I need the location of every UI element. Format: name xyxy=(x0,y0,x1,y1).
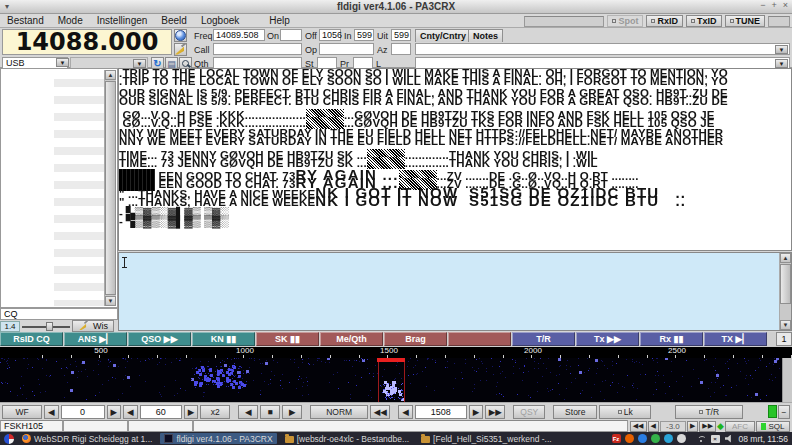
taskbar-window-folder[interactable]: [websdr-oe4xlc - Bestandbe... xyxy=(281,433,413,444)
qsy-button[interactable]: QSY xyxy=(513,405,545,419)
ampspan-up-button[interactable]: ▶ xyxy=(184,405,199,419)
op-field[interactable] xyxy=(319,43,374,55)
tx-text-panel[interactable]: ▲ ▼ xyxy=(118,252,792,331)
freq-rew-button[interactable]: ◀◀ xyxy=(370,405,390,419)
scroll-left-button[interactable]: ◀ xyxy=(238,405,258,419)
scroll-up-icon[interactable]: ▲ xyxy=(780,253,791,263)
thunderbird-icon[interactable] xyxy=(638,434,647,443)
signal-browser[interactable]: ▲ ▼ xyxy=(0,68,118,308)
afc-toggle[interactable]: AFC xyxy=(725,421,755,432)
tab-notes[interactable]: Notes xyxy=(468,29,503,42)
ampspan-down-button[interactable]: ◀ xyxy=(123,405,138,419)
offset-value[interactable]: -3.0 xyxy=(660,421,686,432)
wifi-icon[interactable] xyxy=(696,435,706,443)
macro-button-kn-[interactable]: KN ▮▮ xyxy=(192,332,255,346)
menu-instellingen[interactable]: Instellingen xyxy=(90,15,155,26)
scroll-down-icon[interactable]: ▼ xyxy=(780,320,791,330)
macro-button-blank[interactable] xyxy=(448,332,511,346)
scroll-down-icon[interactable]: ▼ xyxy=(105,296,116,306)
taskbar-window-folder[interactable]: [Feld_Hell_Si5351_werkend -... xyxy=(417,433,556,444)
clear-browser-button[interactable]: Wis xyxy=(72,320,114,332)
volume-icon[interactable] xyxy=(725,435,734,443)
telegram-icon[interactable] xyxy=(664,434,673,443)
firefox-icon[interactable] xyxy=(625,434,634,443)
rxid-toggle[interactable]: RxID xyxy=(646,15,683,27)
freq-down-button[interactable]: ◀ xyxy=(398,405,413,419)
macro-button-brag[interactable]: Brag xyxy=(384,332,447,346)
macro-button-tx-[interactable]: Tx ▶▶ xyxy=(576,332,639,346)
center-button[interactable]: ■ xyxy=(260,405,280,419)
macro-button-ans-[interactable]: ANS ▶▏ xyxy=(64,332,127,346)
menu-beeld[interactable]: Beeld xyxy=(154,15,194,26)
chevron-down-icon[interactable]: ▼ xyxy=(775,45,788,54)
browser-search-input[interactable] xyxy=(0,308,118,320)
rx-text-panel[interactable]: .TRIP TO THE LOCAL TOWN OF ELY SOON SO I… xyxy=(118,68,792,251)
menu-mode[interactable]: Mode xyxy=(51,15,90,26)
speed-down-button[interactable]: ◀ xyxy=(44,405,59,419)
scroll-right-button[interactable]: ▶ xyxy=(282,405,302,419)
cursor-freq-value[interactable]: 1508 xyxy=(415,405,467,419)
on-field[interactable] xyxy=(280,29,302,41)
macro-button-t-r[interactable]: T/R xyxy=(512,332,575,346)
chevron-down-icon[interactable]: ▼ xyxy=(133,59,146,68)
waterfall-display[interactable] xyxy=(0,358,782,402)
shrink-button[interactable]: − xyxy=(778,405,790,419)
macro-button-sk-[interactable]: SK ▮▮ xyxy=(256,332,319,346)
app-launcher-icon[interactable] xyxy=(4,434,14,444)
waterfall-cursor-marker[interactable] xyxy=(377,358,405,362)
call-field[interactable] xyxy=(213,43,302,55)
wf-mode-button[interactable]: WF xyxy=(2,405,42,419)
macro-set-number[interactable]: 1 xyxy=(776,332,792,346)
green-app-icon[interactable] xyxy=(651,434,660,443)
tr-toggle[interactable]: T/R xyxy=(675,405,743,419)
offset-rew-button[interactable]: ◀◀ xyxy=(630,421,647,432)
macro-button-me-qth[interactable]: Me/Qth xyxy=(320,332,383,346)
freq-up-button[interactable]: ▶ xyxy=(469,405,484,419)
store-button[interactable]: Store xyxy=(553,405,597,419)
freq-ffwd-button[interactable]: ▶▶ xyxy=(485,405,505,419)
offset-down-button[interactable]: ◀ xyxy=(648,421,659,432)
sidebar-scrollbar[interactable]: ▲ ▼ xyxy=(104,70,116,306)
slider-thumb[interactable] xyxy=(46,322,53,331)
menu-logboek[interactable]: Logboek xyxy=(194,15,246,26)
uit-field[interactable]: 599 xyxy=(391,29,411,41)
macro-button-rsid-cq[interactable]: RsID CQ xyxy=(0,332,63,346)
off-field[interactable]: 1056 xyxy=(319,29,341,41)
menu-bestand[interactable]: Bestand xyxy=(0,15,51,26)
tx-scrollbar[interactable]: ▲ ▼ xyxy=(779,253,791,330)
close-button[interactable]: × xyxy=(783,0,788,10)
screenshot-icon[interactable]: × xyxy=(711,435,720,443)
chevron-down-icon[interactable]: ▼ xyxy=(56,58,69,67)
macro-button-qso-[interactable]: QSO ▶▶ xyxy=(128,332,191,346)
clear-log-button[interactable] xyxy=(174,43,187,56)
qrz-lookup-button[interactable] xyxy=(174,29,187,42)
speed-value[interactable]: 0 xyxy=(61,405,105,419)
taskbar-window-fldigi[interactable]: fldigi ver4.1.06 - PA3CRX xyxy=(160,433,276,444)
chevron-down-icon[interactable]: ▼ xyxy=(775,59,788,68)
frequency-display[interactable]: 14088.000 xyxy=(2,29,172,55)
ampspan-value[interactable]: 60 xyxy=(140,405,182,419)
mode-status[interactable]: FSKH105 xyxy=(0,420,63,432)
tune-button[interactable]: TUNE xyxy=(725,15,766,27)
browser-squelch-slider[interactable] xyxy=(22,321,70,332)
filezilla-icon[interactable]: Fz xyxy=(612,434,621,443)
macro-button-rx-[interactable]: Rx ▮▮ xyxy=(640,332,703,346)
minimize-button[interactable]: − xyxy=(760,0,765,10)
bell-icon[interactable] xyxy=(677,434,686,443)
txid-toggle[interactable]: TxID xyxy=(686,15,722,27)
clock[interactable]: 08 mrt, 11:56 xyxy=(739,434,788,444)
scrollbar-thumb[interactable] xyxy=(780,264,791,304)
az-field[interactable] xyxy=(391,43,411,55)
country-combo[interactable]: ▼ xyxy=(415,43,790,55)
freq-field[interactable]: 14089.508 xyxy=(213,29,265,41)
tab-cnty-cntry[interactable]: Cnty/Cntry xyxy=(415,29,471,42)
in-field[interactable]: 599 xyxy=(354,29,374,41)
macro-button-tx-[interactable]: TX ▶▏ xyxy=(704,332,767,346)
maximize-button[interactable]: + xyxy=(771,0,776,10)
title-bar[interactable]: ▾ fldigi ver4.1.06 - PA3CRX − + × xyxy=(0,0,792,14)
offset-up-button[interactable]: ▶ xyxy=(687,421,698,432)
scrollbar-thumb[interactable] xyxy=(105,81,116,295)
norm-button[interactable]: NORM xyxy=(310,405,368,419)
lock-toggle[interactable]: Lk xyxy=(599,405,651,419)
offset-ffwd-button[interactable]: ▶▶ xyxy=(699,421,716,432)
